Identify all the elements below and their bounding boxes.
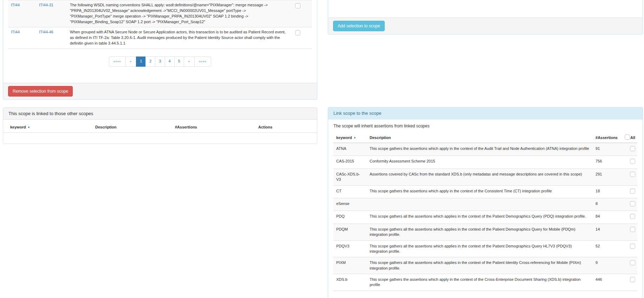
pagination-page-5[interactable]: 5 — [174, 57, 184, 67]
assertion-profile-link[interactable]: ITI44 — [11, 3, 20, 7]
scope-row: PDQ This scope gathers all the assertion… — [333, 211, 637, 224]
assertions-table: ITI44 ITI44-31 The following WSDL naming… — [8, 0, 312, 49]
scope-keyword: eSense — [333, 198, 367, 211]
link-scope-panel: Link scope to the scope The scope will i… — [328, 107, 643, 298]
link-scope-body: The scope will inherit assertions from l… — [328, 119, 643, 298]
scope-assertion-count: 756 — [593, 156, 620, 168]
link-scope-table: keyword▲ Description #Assertions All — [333, 132, 637, 291]
scope-checkbox[interactable] — [630, 214, 635, 219]
assertion-checkbox-cell — [292, 27, 312, 48]
linked-scopes-panel: This scope is linked to those other scop… — [3, 107, 317, 144]
pagination-page-1[interactable]: 1 — [136, 57, 146, 67]
scope-assertion-count: 446 — [593, 274, 620, 291]
scope-keyword: PDQV3 — [333, 240, 367, 257]
scope-assertion-count: 18 — [593, 185, 620, 198]
scope-description: This scope gathers the assertions which … — [367, 185, 593, 198]
assertion-profile-cell: ITI44 — [8, 0, 36, 27]
scope-description: Conformity Assessment Scheme 2015 — [367, 156, 593, 168]
scope-checkbox[interactable] — [630, 260, 635, 265]
left-column: ITI44 ITI44-31 The following WSDL naming… — [3, 0, 317, 144]
scope-checkbox-cell — [620, 211, 637, 224]
pagination-prev[interactable]: « — [125, 57, 136, 67]
all-label: All — [630, 135, 635, 140]
scope-assertion-count: 52 — [593, 240, 620, 257]
scope-row: CAS-2015 Conformity Assessment Scheme 20… — [333, 156, 637, 168]
scope-checkbox[interactable] — [630, 227, 635, 232]
linked-scopes-col-keyword[interactable]: keyword▲ — [10, 125, 95, 129]
scope-checkbox[interactable] — [630, 201, 635, 206]
add-selection-button[interactable]: Add selection to scope — [333, 21, 385, 31]
scope-keyword: PDQ — [333, 211, 367, 224]
pagination-last[interactable]: »»»» — [194, 57, 211, 67]
scope-description: This scope gathers all the assertions wh… — [367, 224, 593, 240]
pagination-page-4[interactable]: 4 — [165, 57, 175, 67]
scope-keyword: ATNA — [333, 143, 367, 156]
scope-description: This scope gathers all the assertions wh… — [367, 211, 593, 224]
scope-checkbox-cell — [620, 168, 637, 185]
pagination-next[interactable]: » — [184, 57, 195, 67]
pagination-first[interactable]: «««« — [109, 57, 126, 67]
scope-description: This scope gathers the assertions which … — [367, 143, 593, 156]
scope-keyword: PIXM — [333, 257, 367, 274]
scope-assertions-panel: ITI44 ITI44-31 The following WSDL naming… — [3, 0, 317, 100]
pagination-row: «««« « 1 2 3 4 5 » »»»» — [3, 57, 317, 67]
remove-selection-button[interactable]: Remove selection from scope — [8, 86, 73, 97]
assertion-profile-link[interactable]: ITI44 — [11, 30, 20, 34]
scope-checkbox[interactable] — [630, 244, 635, 249]
add-selection-panel-footer: Add selection to scope — [328, 18, 643, 34]
scope-checkbox[interactable] — [630, 172, 635, 177]
assertion-checkbox[interactable] — [295, 3, 300, 8]
scope-row: eSense 8 — [333, 198, 637, 211]
assertion-id-cell: ITI44-46 — [36, 27, 67, 48]
scope-description: This scope gathers all the assertions wh… — [367, 257, 593, 274]
pagination-page-3[interactable]: 3 — [155, 57, 165, 67]
assertion-row: ITI44 ITI44-46 When grouped with ATNA Se… — [8, 27, 312, 48]
scope-checkbox-cell — [620, 274, 637, 291]
assertion-text: The following WSDL naming conventions SH… — [67, 0, 292, 27]
assertion-row: ITI44 ITI44-31 The following WSDL naming… — [8, 0, 312, 27]
link-col-assertions: #Assertions — [593, 132, 620, 143]
scope-row: XDS.b This scope gathers the assertions … — [333, 274, 637, 291]
scope-assertion-count: 8 — [593, 198, 620, 211]
scope-row: ATNA This scope gathers the assertions w… — [333, 143, 637, 156]
scope-row: CT This scope gathers the assertions whi… — [333, 185, 637, 198]
scope-checkbox[interactable] — [630, 146, 635, 151]
scope-description: Assertions covered by CASc from the stan… — [367, 168, 593, 185]
scope-checkbox-cell — [620, 198, 637, 211]
scope-checkbox-cell — [620, 156, 637, 168]
panel-spacer — [3, 67, 317, 83]
scope-row: PIXM This scope gathers all the assertio… — [333, 257, 637, 274]
scope-assertion-count: 14 — [593, 224, 620, 240]
scope-checkbox-cell — [620, 240, 637, 257]
sort-asc-icon: ▲ — [353, 136, 356, 139]
link-scope-title: Link scope to the scope — [328, 107, 643, 119]
link-col-keyword[interactable]: keyword▲ — [333, 132, 367, 143]
linked-scopes-title: This scope is linked to those other scop… — [3, 108, 317, 120]
assertion-id-cell: ITI44-31 — [36, 0, 67, 27]
scope-keyword: CAS-2015 — [333, 156, 367, 168]
linked-scopes-empty-body — [3, 133, 317, 144]
scope-description: This scope gathers the assertions which … — [367, 274, 593, 291]
scope-checkbox[interactable] — [630, 159, 635, 164]
select-all-checkbox[interactable] — [625, 134, 630, 140]
inherit-assertions-note: The scope will inherit assertions from l… — [333, 124, 637, 128]
scope-checkbox[interactable] — [630, 277, 635, 282]
scope-assertion-count: 291 — [593, 168, 620, 185]
sort-asc-icon: ▲ — [27, 125, 30, 128]
link-col-description: Description — [367, 132, 593, 143]
add-selection-panel-body — [328, 0, 643, 18]
assertion-id-link[interactable]: ITI44-31 — [39, 3, 53, 7]
pagination-page-2[interactable]: 2 — [145, 57, 155, 67]
link-col-all: All — [620, 132, 637, 143]
scope-description — [367, 198, 593, 211]
linked-scopes-col-assertions: #Assertions — [175, 125, 258, 129]
link-scope-header-row: keyword▲ Description #Assertions All — [333, 132, 637, 143]
scope-assertion-count: 9 — [593, 257, 620, 274]
assertions-table-wrap: ITI44 ITI44-31 The following WSDL naming… — [8, 0, 312, 49]
assertion-profile-cell: ITI44 — [8, 27, 36, 48]
scope-keyword: XDS.b — [333, 274, 367, 291]
assertion-checkbox[interactable] — [295, 30, 300, 35]
assertion-id-link[interactable]: ITI44-46 — [39, 30, 53, 34]
linked-scopes-header-row: keyword▲ Description #Assertions Actions — [3, 120, 317, 133]
scope-checkbox[interactable] — [630, 188, 635, 194]
